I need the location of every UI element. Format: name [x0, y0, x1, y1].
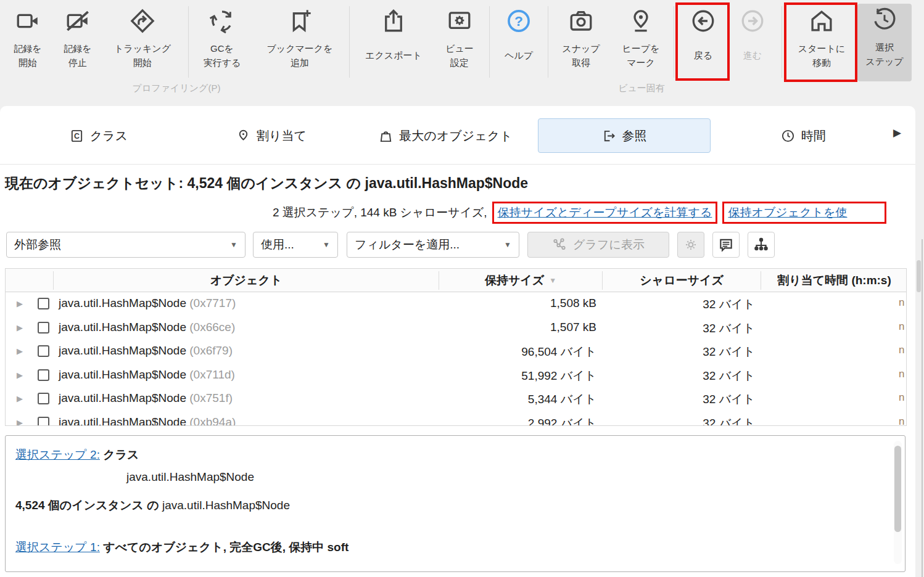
graph-network-icon — [552, 237, 567, 252]
clock-icon — [781, 129, 795, 143]
toolbar-start-recording[interactable]: 記録を開始 — [5, 5, 51, 80]
toolbar-help[interactable]: ? ヘルプ — [495, 5, 543, 80]
title-main: 4,524 個のインスタンス の java.util.HashMap$Node — [187, 175, 528, 191]
column-header-retained-size[interactable]: 保持サイズ ▼ — [439, 269, 602, 292]
tree-hierarchy-icon — [753, 237, 769, 253]
row-checkbox[interactable] — [38, 417, 49, 427]
toolbar-label: ステップ — [865, 54, 903, 68]
toolbar-group-label-profiling: プロファイリング(P) — [133, 83, 221, 94]
tab-label: クラス — [90, 128, 128, 144]
tree-view-button[interactable] — [748, 232, 775, 258]
expander-icon[interactable]: ▶ — [17, 418, 23, 427]
expander-icon[interactable]: ▶ — [17, 370, 23, 380]
table-row[interactable]: ▶ java.util.HashMap$Node (0x7717) 1,508 … — [6, 292, 906, 316]
selection-step-1-line: 選択ステップ 1: すべてのオブジェクト, 完全GC後, 保持中 soft — [15, 539, 349, 555]
toolbar-separator — [548, 6, 548, 78]
toolbar-go-to-start[interactable]: スタートに移動 — [788, 5, 855, 80]
column-label: シャローサイズ — [640, 272, 724, 288]
bookmark-plus-icon — [287, 5, 313, 37]
tab-allocations[interactable]: 割り当て — [219, 118, 324, 153]
table-row[interactable]: ▶ java.util.HashMap$Node (0x6f79) 96,504… — [6, 340, 906, 364]
shallow-size-value: 32 バイト — [703, 321, 755, 337]
weight-bag-icon — [379, 129, 393, 143]
toolbar-label: トラッキング — [114, 41, 171, 55]
row-checkbox[interactable] — [38, 322, 49, 334]
svg-text:?: ? — [514, 13, 523, 29]
highlight-box-retained-link: 保持オブジェクトを使 — [722, 202, 886, 224]
annotations-button[interactable] — [712, 232, 740, 258]
toolbar-separator — [349, 6, 350, 78]
use-retained-objects-link[interactable]: 保持オブジェクトを使 — [728, 206, 847, 219]
apply-filter-dropdown[interactable]: フィルターを適用... ▼ — [347, 232, 519, 258]
toolbar-separator — [188, 6, 189, 78]
toolbar-label: スタートに — [798, 41, 845, 55]
toolbar-selection-steps[interactable]: 選択ステップ — [857, 4, 912, 81]
toolbar-start-tracking[interactable]: トラッキング開始 — [104, 5, 181, 80]
calculate-sizes-link[interactable]: 保持サイズとディープサイズを計算する — [498, 206, 712, 219]
row-checkbox[interactable] — [38, 393, 49, 404]
column-header-allocation-time[interactable]: 割り当て時間 (h:m:s) — [761, 269, 907, 292]
toolbar-label: エクスポート — [365, 48, 422, 62]
toolbar-stop-recording[interactable]: 記録を停止 — [54, 5, 101, 80]
selection-summary: 2 選択ステップ, 144 kB シャローサイズ, 保持サイズとディープサイズを… — [273, 200, 886, 225]
toolbar-label: 実行する — [204, 55, 241, 70]
more-tabs-arrow-icon[interactable]: ▶ — [893, 126, 901, 139]
object-address: (0x66ce) — [189, 321, 235, 334]
allocation-time-value: n — [899, 344, 907, 356]
window-scrollbar-thumb[interactable] — [917, 260, 921, 292]
classes-icon: C — [70, 129, 84, 143]
object-class: java.util.HashMap$Node — [59, 415, 186, 427]
toolbar-add-bookmark[interactable]: ブックマークを追加 — [258, 5, 342, 80]
toolbar-label: 選択 — [875, 40, 894, 54]
tab-time[interactable]: 時間 — [762, 118, 845, 153]
toolbar-label: 取得 — [572, 55, 590, 70]
map-pin-icon — [628, 5, 654, 37]
selection-step-2-link[interactable]: 選択ステップ 2: — [15, 448, 100, 461]
expander-icon[interactable]: ▶ — [17, 299, 23, 308]
chevron-down-icon: ▼ — [230, 240, 237, 249]
object-address: (0x7717) — [189, 297, 236, 309]
tab-classes[interactable]: C クラス — [56, 118, 142, 153]
column-header-shallow-size[interactable]: シャローサイズ — [603, 269, 761, 292]
window-edge — [922, 239, 923, 577]
shallow-size-value: 32 バイト — [703, 391, 755, 407]
selection-step-1-link[interactable]: 選択ステップ 1: — [15, 541, 100, 554]
tab-biggest-objects[interactable]: 最大のオブジェクト — [367, 118, 524, 153]
toolbar-mark-heap[interactable]: ヒープをマーク — [612, 5, 670, 80]
expander-icon[interactable]: ▶ — [17, 394, 23, 403]
allocation-time-value: n — [899, 321, 907, 333]
toolbar-label: 設定 — [450, 55, 469, 70]
table-row[interactable]: ▶ java.util.HashMap$Node (0xb94a) 2,992 … — [6, 411, 906, 427]
row-checkbox[interactable] — [38, 345, 49, 357]
column-label: 割り当て時間 (h:m:s) — [777, 272, 891, 288]
toolbar-label: 移動 — [812, 55, 831, 70]
expander-icon[interactable]: ▶ — [17, 323, 23, 332]
row-checkbox[interactable] — [38, 369, 49, 381]
object-class: java.util.HashMap$Node — [59, 344, 186, 357]
arrow-left-circle-icon — [690, 5, 716, 37]
selection-steps-panel: 選択ステップ 2: クラス java.util.HashMap$Node 4,5… — [5, 435, 905, 572]
table-row[interactable]: ▶ java.util.HashMap$Node (0x66ce) 1,507 … — [6, 316, 906, 340]
table-row[interactable]: ▶ java.util.HashMap$Node (0x751f) 5,344 … — [6, 387, 906, 411]
toolbar-label: 進む — [743, 48, 762, 62]
panel-scrollbar[interactable] — [894, 441, 902, 564]
toolbar-view-settings[interactable]: ビュー設定 — [435, 5, 484, 80]
panel-scrollbar-thumb[interactable] — [894, 446, 901, 532]
tab-references[interactable]: 参照 — [538, 118, 711, 153]
toolbar-label: ヒープを — [622, 41, 659, 55]
toolbar-take-snapshot[interactable]: スナップ取得 — [554, 5, 608, 80]
use-dropdown[interactable]: 使用... ▼ — [253, 232, 338, 258]
toolbar-label: 追加 — [291, 55, 309, 70]
toolbar-run-gc[interactable]: GCを実行する — [195, 5, 249, 80]
toolbar-back[interactable]: 戻る — [680, 5, 727, 80]
toolbar-export[interactable]: エクスポート — [356, 5, 431, 80]
expander-icon[interactable]: ▶ — [17, 346, 23, 356]
allocation-time-value: n — [899, 297, 907, 309]
reference-type-dropdown[interactable]: 外部参照 ▼ — [6, 232, 245, 258]
table-row[interactable]: ▶ java.util.HashMap$Node (0x711d) 51,992… — [6, 364, 906, 388]
row-checkbox[interactable] — [38, 298, 49, 309]
chevron-down-icon: ▼ — [323, 240, 330, 249]
column-header-object[interactable]: オブジェクト — [54, 269, 439, 292]
tab-label: 時間 — [801, 128, 826, 144]
step-description: クラス — [103, 448, 139, 461]
